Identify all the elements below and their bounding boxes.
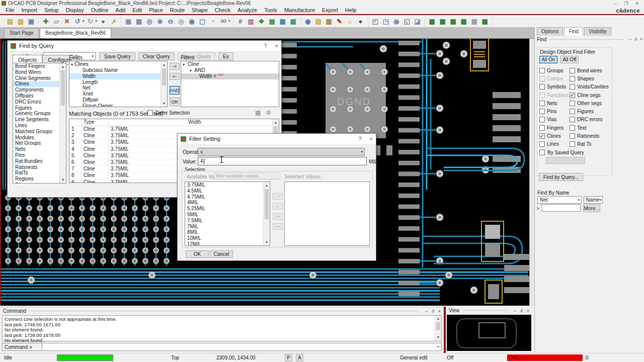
fields-list-item[interactable]: Xnet <box>69 91 167 97</box>
window-minimize-button[interactable]: – <box>614 1 617 6</box>
dropdown-caret-icon[interactable]: ▾ <box>83 19 85 23</box>
dropdown-caret-icon[interactable]: ▾ <box>96 19 98 23</box>
open-drawing-icon[interactable]: ▥ <box>16 17 25 26</box>
panel-tab-options[interactable]: Options <box>537 27 563 36</box>
defer-selection-checkbox[interactable] <box>147 110 153 116</box>
chevron-down-icon[interactable]: ▾ <box>69 62 74 67</box>
layer-priority-icon[interactable]: ▦ <box>278 17 287 26</box>
shadow-mode-icon[interactable]: ❖ <box>257 17 266 26</box>
menu-help[interactable]: Help <box>342 7 360 13</box>
dropdown-caret-icon[interactable]: ▾ <box>228 19 230 23</box>
objects-list-item[interactable]: Bond Fingers <box>13 63 66 69</box>
defer-selection[interactable]: Defer Selection <box>147 110 190 116</box>
menu-tools[interactable]: Tools <box>261 7 281 13</box>
objects-list-item[interactable]: Pins <box>13 152 66 158</box>
unfix-icon[interactable]: ➚ <box>109 17 118 26</box>
available-value-item[interactable]: 4.75MIL <box>185 194 270 200</box>
scroll-down-icon[interactable]: ▼ <box>264 239 270 245</box>
objects-list-item[interactable]: Clines <box>13 81 66 87</box>
menu-import[interactable]: Import <box>18 7 41 13</box>
objects-list-item[interactable]: Regions <box>13 176 66 182</box>
zoom-world-icon[interactable]: ▢ <box>198 17 207 26</box>
filter-setting-title-bar[interactable]: Filter Setting ? × <box>178 134 376 144</box>
by-saved-query-checkbox[interactable] <box>539 150 545 155</box>
vias-checkbox[interactable] <box>539 117 545 122</box>
available-values-filter-input[interactable]: filter available values <box>214 172 280 179</box>
pane-float-icon[interactable]: ∂ <box>432 309 434 314</box>
filters-tree[interactable]: ▾ Cline ▾ AND Width = "*" <box>181 61 279 107</box>
symbols-checkbox[interactable] <box>539 84 545 89</box>
available-value-item[interactable]: 8MIL <box>185 229 270 235</box>
move-icon[interactable]: ✚ <box>41 17 50 26</box>
zoom-fit-icon[interactable]: ▣ <box>124 17 133 26</box>
available-values-listbox[interactable]: 3.75MIL4.5MIL4.75MIL4MIL5.25MIL5MIL7.5MI… <box>185 182 270 246</box>
menu-export[interactable]: Export <box>318 7 342 13</box>
value-transfer---button[interactable]: -> <box>273 193 283 200</box>
deleteall-icon[interactable]: ● <box>356 17 365 26</box>
menu-place[interactable]: Place <box>145 7 167 13</box>
command-log[interactable]: Connect Line selection is not appropriat… <box>2 315 442 341</box>
close-icon[interactable]: × <box>370 136 373 142</box>
comps-checkbox[interactable] <box>539 76 545 81</box>
filter-group-row[interactable]: ▾ AND <box>181 67 279 73</box>
objects-list-item[interactable]: Generic Groups <box>13 111 66 117</box>
objects-list-item[interactable]: Net Groups <box>13 140 66 146</box>
redo-icon[interactable]: ↻ <box>86 17 95 26</box>
export-query-button[interactable]: Ex <box>218 52 233 60</box>
close-icon[interactable]: × <box>275 43 278 49</box>
board-view-3-icon[interactable]: ▦ <box>449 17 458 26</box>
find-by-name-input[interactable] <box>541 204 581 212</box>
panel-tab-find[interactable]: Find <box>564 27 583 36</box>
board-view-5-icon[interactable]: ▦ <box>470 17 479 26</box>
find-by-query-button[interactable]: Find by Query... <box>539 173 583 181</box>
all-on-button[interactable]: All On <box>539 56 557 63</box>
available-values-scrollbar[interactable]: ▲ ▼ <box>263 182 270 245</box>
pins-checkbox[interactable] <box>539 109 545 114</box>
delete-icon[interactable]: ✕ <box>62 17 71 26</box>
available-value-item[interactable]: 7.5MIL <box>185 218 270 224</box>
voids-cavities-checkbox[interactable] <box>570 84 575 89</box>
window-cascade-icon[interactable]: ◳ <box>381 17 390 26</box>
more-button[interactable]: More... <box>583 204 600 212</box>
canvas-scrollbar[interactable] <box>529 39 534 306</box>
board-view-4-icon[interactable]: ▦ <box>459 17 468 26</box>
zoom-selection-icon[interactable]: ◉ <box>187 17 196 26</box>
objects-list-item[interactable]: Shapes <box>13 182 66 184</box>
menu-manufacture[interactable]: Manufacture <box>281 7 318 13</box>
available-value-item[interactable]: 4.5MIL <box>185 188 270 194</box>
zoom-in-icon[interactable]: ⊕ <box>155 17 165 26</box>
fields-list-item[interactable]: Group Owner <box>69 103 167 107</box>
scroll-up-icon[interactable]: ▲ <box>60 63 66 70</box>
window-close-button[interactable]: ✕ <box>635 1 639 6</box>
objects-list-item[interactable]: Bond Wires <box>13 69 66 75</box>
menu-route[interactable]: Route <box>167 7 188 13</box>
find-by-name-type-combobox[interactable]: Net▾ <box>537 196 582 204</box>
scroll-down-icon[interactable]: ▼ <box>435 334 441 341</box>
window-doc-icon[interactable]: ◱ <box>403 17 412 26</box>
zoom-mag-icon[interactable]: ◎ <box>145 17 154 26</box>
fields-list-item[interactable]: Diffpair <box>69 97 167 103</box>
view-minimap[interactable] <box>447 315 531 351</box>
objects-listbox[interactable]: Bond FingersBond WiresCline SegmentsClin… <box>13 63 66 184</box>
fingers-checkbox[interactable] <box>539 125 545 131</box>
filter-root-row[interactable]: ▾ Cline <box>181 61 279 67</box>
doc-tab-start-page[interactable]: Start Page <box>4 28 39 38</box>
transfer-or-button[interactable]: OR <box>170 98 180 106</box>
value-transfer---button[interactable]: <- <box>273 203 283 210</box>
grid-toggle-icon[interactable]: # <box>236 17 245 26</box>
chevron-down-icon[interactable]: ▾ <box>181 62 186 67</box>
table-row[interactable]: 1Cline3.75MIL <box>69 126 279 133</box>
clear-query-button[interactable]: Clear Query <box>138 52 175 60</box>
new-drawing-icon[interactable]: ▤ <box>6 17 15 26</box>
available-value-item[interactable]: 7MIL <box>185 224 270 230</box>
pane-minimize-icon[interactable]: – <box>514 308 516 313</box>
cline-segs-checkbox[interactable] <box>570 93 575 98</box>
objects-list-item[interactable]: Figures <box>13 105 66 111</box>
command-input[interactable]: ▾ <box>42 343 442 351</box>
objects-list-item[interactable]: Diffpairs <box>13 93 66 99</box>
saved-query-combobox[interactable] <box>546 157 585 164</box>
help-info-icon[interactable]: ◉ <box>303 17 312 26</box>
menu-shape[interactable]: Shape <box>188 7 211 13</box>
all-off-button[interactable]: All Off <box>560 56 579 63</box>
find-by-name-mode-combobox[interactable]: Name▾ <box>584 196 603 204</box>
